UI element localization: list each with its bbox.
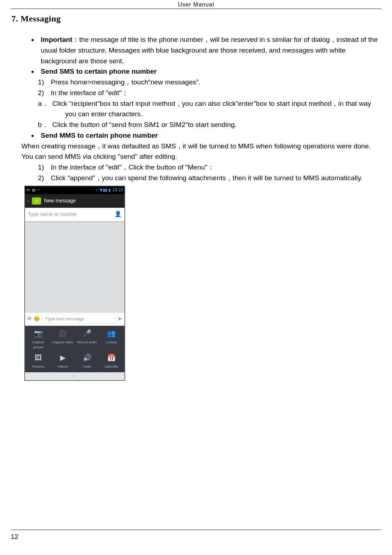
contact-icon: 👥 bbox=[106, 329, 117, 338]
record-audio-label: Record audio bbox=[77, 340, 97, 345]
section-title: 7. Messaging bbox=[11, 14, 381, 24]
page-indicator: • bbox=[25, 372, 124, 380]
important-label: Important bbox=[41, 36, 72, 43]
sim-status-icon: ▤ bbox=[32, 187, 35, 193]
videos-button[interactable]: ▶ Videos bbox=[50, 352, 75, 372]
footer-rule bbox=[11, 530, 381, 530]
capture-picture-label: Capture picture bbox=[27, 340, 49, 350]
audio-button[interactable]: 🔊 Audio bbox=[75, 352, 99, 372]
appbar-title: New message bbox=[44, 197, 76, 205]
statusbar-time: 18:16 bbox=[112, 187, 123, 193]
conversation-area bbox=[25, 222, 124, 312]
back-icon[interactable]: ‹ bbox=[27, 196, 29, 205]
mms-intro: When creating message，it was defaulted a… bbox=[21, 141, 381, 162]
recipient-input[interactable]: Type name or number bbox=[28, 211, 114, 218]
status-bar: ✉ ▤ ~ ᚼ ◥ ▮▮ ▮ 18:16 bbox=[25, 186, 124, 194]
pictures-label: Pictures bbox=[32, 364, 44, 369]
mms-step-1-num: 1) bbox=[38, 162, 51, 173]
header-rule bbox=[11, 9, 381, 9]
sms-sub-b-text: Click the button of “send from SiM1 or S… bbox=[52, 121, 236, 128]
pictures-icon: 🖼 bbox=[33, 354, 44, 362]
app-bar: ‹ ☺ New message bbox=[25, 194, 124, 208]
mms-step-1-text: In the interface of "edit"，Click the but… bbox=[51, 162, 381, 173]
pictures-button[interactable]: 🖼 Pictures bbox=[26, 352, 50, 372]
capture-picture-button[interactable]: 📷 Capture picture bbox=[26, 328, 50, 352]
body-text: Important：the message of title is the ph… bbox=[11, 34, 381, 381]
sms-sub-a-label: a． bbox=[38, 100, 49, 107]
videos-label: Videos bbox=[58, 364, 68, 369]
contact-button[interactable]: 👥 Contact bbox=[99, 328, 123, 352]
send-mms-label: Send MMS to certain phone number bbox=[41, 132, 158, 139]
emoji-picker-icon[interactable]: 😊 bbox=[34, 315, 40, 323]
compose-row: ✉ 😊 Type text message ➤ bbox=[25, 312, 124, 326]
play-icon: ▶ bbox=[57, 354, 68, 362]
sms-step-1-num: 1) bbox=[38, 77, 51, 88]
bluetooth-icon: ᚼ bbox=[95, 187, 98, 193]
capture-video-button[interactable]: 🎥 Capture video bbox=[50, 328, 75, 352]
send-icon[interactable]: ➤ bbox=[117, 314, 122, 324]
compose-input[interactable]: Type text message bbox=[42, 314, 115, 324]
recipient-row: Type name or number 👤 bbox=[25, 208, 124, 222]
speaker-icon: 🔊 bbox=[82, 354, 92, 362]
msg-status-icon: ✉ bbox=[26, 187, 30, 193]
sms-pill-icon[interactable]: ✉ bbox=[27, 315, 31, 323]
audio-label: Audio bbox=[83, 364, 91, 369]
mms-step-2-num: 2) bbox=[38, 173, 51, 183]
calendar-label: Calendar bbox=[104, 364, 118, 369]
signal-icon: ▮▮ bbox=[103, 187, 107, 193]
sms-step-2-text: In the interface of "edit"： bbox=[51, 88, 381, 98]
wifi-icon: ◥ bbox=[99, 187, 102, 193]
contact-label: Contact bbox=[106, 340, 117, 345]
microphone-icon: 🎤 bbox=[82, 329, 92, 338]
battery-icon: ▮ bbox=[108, 187, 111, 193]
sms-step-1-text: Press home>messaging，touch“new messages”… bbox=[51, 77, 381, 88]
calendar-icon: 📅 bbox=[106, 354, 117, 362]
calendar-button[interactable]: 📅 Calendar bbox=[99, 352, 123, 372]
sms-sub-b-label: b． bbox=[38, 121, 49, 128]
attachment-grid: 📷 Capture picture 🎥 Capture video 🎤 Reco… bbox=[25, 326, 124, 372]
record-audio-button[interactable]: 🎤 Record audio bbox=[75, 328, 99, 352]
send-sms-label: Send SMS to certain phone number bbox=[41, 68, 157, 75]
phone-screenshot: ✉ ▤ ~ ᚼ ◥ ▮▮ ▮ 18:16 ‹ ☺ New message Typ… bbox=[24, 186, 125, 381]
tilde-status-icon: ~ bbox=[38, 187, 40, 193]
add-contact-icon[interactable]: 👤 bbox=[114, 210, 122, 219]
capture-video-label: Capture video bbox=[52, 340, 73, 345]
camera-icon: 📷 bbox=[33, 329, 44, 338]
sms-step-2-num: 2) bbox=[38, 88, 51, 98]
video-camera-icon: 🎥 bbox=[57, 329, 68, 338]
messaging-app-icon: ☺ bbox=[32, 197, 41, 205]
sms-sub-a-text: Click “recipient”box to start input meth… bbox=[52, 100, 371, 118]
page-header: User Manual bbox=[11, 0, 381, 9]
page-number: 12 bbox=[11, 533, 18, 541]
mms-step-2-text: Click “append”，you can spend the followi… bbox=[51, 173, 381, 183]
important-text: ：the message of title is the phone numbe… bbox=[41, 36, 378, 65]
